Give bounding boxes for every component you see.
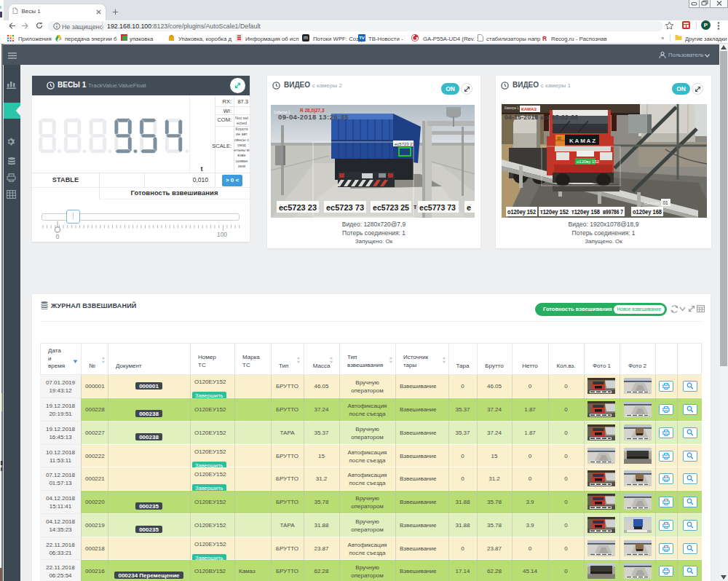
svg-text:КАМАЗ: КАМАЗ [521, 107, 537, 111]
svg-text:ec5773 73: ec5773 73 [419, 203, 456, 212]
svg-text:о120ву 152: о120ву 152 [577, 159, 600, 164]
svg-text:ec5723 23: ec5723 23 [279, 203, 317, 212]
svg-text:09-04-2018 13:26:35: 09-04-2018 13:26:35 [278, 113, 349, 121]
svg-text:т120еу 158: т120еу 158 [571, 208, 600, 216]
svg-text:т120еу 152: т120еу 152 [540, 208, 569, 216]
svg-text:Секция: Секция [644, 201, 659, 205]
svg-text:ec5723 73: ec5723 73 [326, 203, 364, 212]
svg-text:ec5723 25: ec5723 25 [373, 203, 409, 212]
svg-text:т: т [414, 203, 417, 210]
svg-text:о120еу 152: о120еу 152 [507, 208, 536, 216]
svg-text:ec5723 23: ec5723 23 [395, 142, 416, 146]
svg-text:e: e [467, 203, 471, 212]
svg-text:01: 01 [663, 200, 669, 205]
svg-text:в99786 7: в99786 7 [603, 208, 623, 216]
svg-text:30: 30 [557, 136, 561, 141]
svg-text:KAMAZ: KAMAZ [569, 138, 597, 144]
svg-text:Камера 1: Камера 1 [505, 106, 519, 110]
svg-text:о120еу 168: о120еу 168 [633, 208, 662, 216]
